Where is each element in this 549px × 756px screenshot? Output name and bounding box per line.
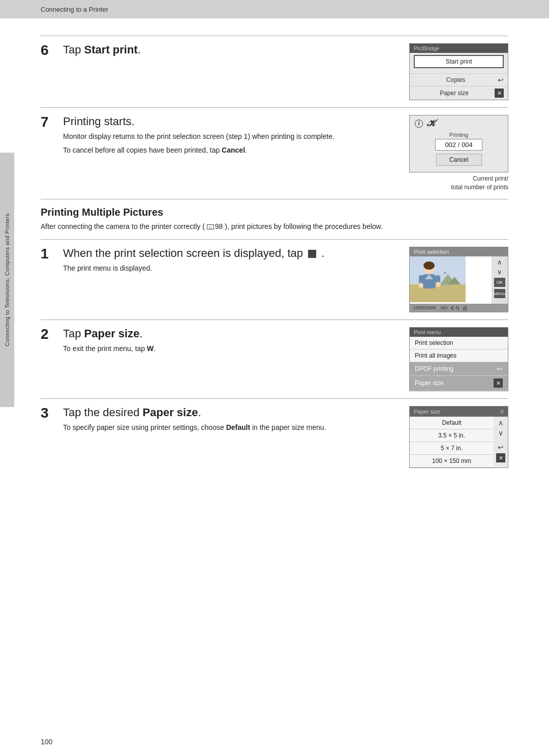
section-heading: Printing Multiple Pictures <box>41 207 508 218</box>
screen-icons: ∧ ∨ OK MENU <box>492 256 508 304</box>
svg-point-14 <box>436 282 441 287</box>
current-print-caption: Current print/ total number of prints <box>409 175 508 192</box>
divider-step1 <box>41 239 508 240</box>
section-intro: After connecting the camera to the print… <box>41 221 508 232</box>
copies-row: Copies ↩ <box>410 73 508 86</box>
paper-5x7[interactable]: 5 × 7 in. <box>410 442 494 455</box>
step1-row: 1 When the print selection screen is dis… <box>41 247 399 274</box>
step2-number: 2 <box>41 327 55 341</box>
print-menu-row-4: Paper size ✕ <box>410 376 508 391</box>
divider-step7 <box>41 107 508 108</box>
close-icon-paper-size: ✕ <box>496 453 505 462</box>
paper-default[interactable]: Default <box>410 417 494 429</box>
svg-point-8 <box>423 261 435 270</box>
paper-100x150[interactable]: 100 × 150 mm <box>410 455 494 468</box>
step1-screen: Print selection <box>409 247 508 312</box>
step1-title: When the print selection screen is displ… <box>63 247 399 260</box>
back-icon-paper: ↩ <box>498 443 504 451</box>
print-menu-screen: Print menu Print selection Print all ima… <box>409 327 508 391</box>
page-number: 100 <box>41 738 52 746</box>
step6-screen: PictBridge Start print Copies ↩ Paper si… <box>409 43 508 100</box>
print-sel-footer: 15/05/2009 NO. 4[ 4] 🖨 <box>410 304 508 312</box>
print-menu-header: Print menu <box>410 328 508 337</box>
paper-size-row: Paper size ✕ <box>410 86 508 100</box>
step6-row: 6 Tap Start print. <box>41 43 399 57</box>
close-icon-paper: ✕ <box>494 379 503 388</box>
printing-body: Printing 002 / 004 Cancel <box>410 130 508 168</box>
print-menu-row-1: Print selection <box>410 337 508 350</box>
step2-row: 2 Tap Paper size. To exit the print menu… <box>41 327 399 354</box>
side-label: Connecting to Televisions, Computers and… <box>0 153 14 407</box>
main-content: 6 Tap Start print. PictBridge Start prin… <box>0 18 549 482</box>
close-icon: ✕ <box>495 89 504 98</box>
divider-step6 <box>41 36 508 36</box>
step3-title: Tap the desired Paper size. <box>63 406 399 419</box>
ref-icon: □ <box>207 224 214 229</box>
step2-content: Tap Paper size. To exit the print menu, … <box>63 327 399 354</box>
step7-body2: To cancel before all copies have been pr… <box>63 145 399 156</box>
top-bar-label: Connecting to a Printer <box>41 6 108 13</box>
paper-size-header: Paper size ≡ <box>410 406 508 417</box>
step3-left: 3 Tap the desired Paper size. To specify… <box>41 406 399 438</box>
step3-content: Tap the desired Paper size. To specify p… <box>63 406 399 433</box>
divider-section <box>41 199 508 199</box>
menu-icon: MENU <box>494 289 505 298</box>
side-label-text: Connecting to Televisions, Computers and… <box>4 213 10 346</box>
paper-size-item[interactable]: Paper size ✕ <box>410 376 508 391</box>
printing-icons: i 𝒦 <box>410 115 508 130</box>
print-sel-body: ∧ ∨ OK MENU <box>410 256 508 304</box>
print-all-images-item[interactable]: Print all images <box>410 350 508 362</box>
printing-label: Printing <box>418 132 500 138</box>
step2-body: To exit the print menu, tap W. <box>63 343 399 354</box>
step7-title: Printing starts. <box>63 115 399 128</box>
step1-section: 1 When the print selection screen is dis… <box>41 247 508 312</box>
printing-counter: 002 / 004 <box>435 139 482 151</box>
step2-section: 2 Tap Paper size. To exit the print menu… <box>41 327 508 391</box>
paper-size-items: Default 3.5 × 5 in. 5 × 7 in. 100 × 150 … <box>410 417 494 468</box>
start-print-btn[interactable]: Start print <box>414 55 504 68</box>
top-bar: Connecting to a Printer <box>0 0 549 18</box>
step3-screen: Paper size ≡ Default 3.5 × 5 in. 5 × 7 i… <box>409 406 508 468</box>
step3-row: 3 Tap the desired Paper size. To specify… <box>41 406 399 433</box>
print-menu-row-2: Print all images <box>410 350 508 362</box>
paper-size-screen: Paper size ≡ Default 3.5 × 5 in. 5 × 7 i… <box>409 406 508 468</box>
paper-3x5[interactable]: 3.5 × 5 in. <box>410 429 494 442</box>
step7-body1: Monitor display returns to the print sel… <box>63 131 399 142</box>
print-icon: 🖨 <box>462 305 468 311</box>
step3-section: 3 Tap the desired Paper size. To specify… <box>41 406 508 468</box>
pictbridge-header: PictBridge <box>410 44 508 53</box>
photo-preview <box>410 256 492 304</box>
step6-title: Tap Start print. <box>63 43 399 56</box>
step2-screen: Print menu Print selection Print all ima… <box>409 327 508 391</box>
printing-screen: i 𝒦 Printing 002 / 004 Cancel <box>409 115 508 172</box>
print-sel-header: Print selection <box>410 247 508 256</box>
arrow-down-icon: ∨ <box>498 429 503 437</box>
print-menu-row-3: DPOF printing ↩ <box>410 362 508 376</box>
photo-svg <box>410 256 466 302</box>
list-icon: ≡ <box>500 408 504 415</box>
dpof-printing-item[interactable]: DPOF printing ↩ <box>410 362 508 376</box>
step2-title: Tap Paper size. <box>63 327 399 340</box>
step6-number: 6 <box>41 43 55 57</box>
info-icon: i <box>415 120 423 128</box>
arrow-up-icon: ∧ <box>497 258 502 266</box>
step7-number: 7 <box>41 115 55 129</box>
step1-number: 1 <box>41 247 55 261</box>
cancel-button[interactable]: Cancel <box>436 154 482 166</box>
svg-rect-1 <box>410 284 466 302</box>
step7-content: Printing starts. Monitor display returns… <box>63 115 399 156</box>
step3-number: 3 <box>41 406 55 420</box>
back-icon: ↩ <box>498 76 504 84</box>
section-ref: □ 98 <box>207 221 223 232</box>
ok-icon: OK <box>494 278 505 287</box>
camera-icon: 𝒦 <box>427 118 435 129</box>
arrow-up-icon: ∧ <box>498 419 503 427</box>
step6-content: Tap Start print. <box>63 43 399 56</box>
print-selection-item[interactable]: Print selection <box>410 337 508 350</box>
arrow-down-icon: ∨ <box>497 268 502 276</box>
tap-icon <box>308 250 316 258</box>
svg-point-13 <box>418 283 423 288</box>
divider-step3 <box>41 398 508 399</box>
step2-left: 2 Tap Paper size. To exit the print menu… <box>41 327 399 359</box>
step6-section: 6 Tap Start print. PictBridge Start prin… <box>41 43 508 100</box>
